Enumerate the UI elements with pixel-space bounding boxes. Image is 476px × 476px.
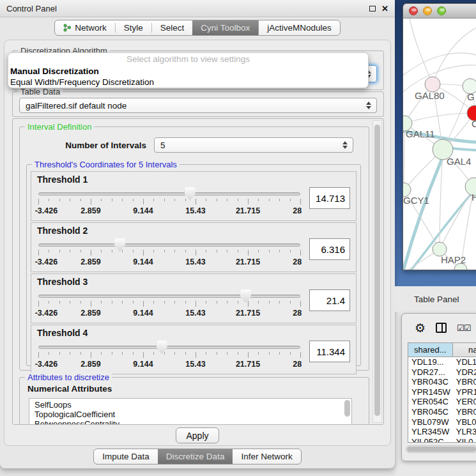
network-edge[interactable] xyxy=(410,19,433,84)
cell-name[interactable]: YDL1 xyxy=(453,357,476,367)
gear-icon[interactable]: ⚙ xyxy=(415,321,426,335)
cell-name[interactable]: YIL0 xyxy=(453,437,476,443)
slider-track[interactable] xyxy=(38,346,300,349)
cell-shared-name[interactable]: YBL079W xyxy=(408,417,453,427)
network-canvas[interactable]: GAL80GCGAL11GAL4GCY1HHAP2 xyxy=(403,19,476,270)
column-header-name[interactable]: name xyxy=(453,343,476,357)
slider-tick-labels: -3.4262.8599.14415.4321.71528 xyxy=(38,257,300,267)
popup-prompt: Select algorithm to view settings xyxy=(8,54,368,66)
checkbox-icons[interactable]: ☑☑ xyxy=(457,323,470,333)
cell-shared-name[interactable]: YDR27... xyxy=(408,367,453,378)
mac-minimize-button[interactable] xyxy=(423,6,432,15)
table-row[interactable]: YBR043CYBR0 xyxy=(408,377,476,387)
slider-track[interactable] xyxy=(38,192,300,196)
threshold-value-field[interactable]: 14.713 xyxy=(309,187,350,209)
table-panel-bar: Table Panel xyxy=(395,286,476,312)
threshold-value-field[interactable]: 6.316 xyxy=(309,238,350,260)
slider-ticks xyxy=(38,199,300,205)
group-title: Threshold's Coordinates for 5 Intervals xyxy=(32,160,180,169)
cell-shared-name[interactable]: YBR045C xyxy=(408,407,453,417)
attribute-item[interactable]: BetweennessCentrality xyxy=(35,419,351,425)
panel-scrollbar[interactable] xyxy=(372,120,382,423)
screen: Control Panel ✕ Network xyxy=(0,0,476,476)
table-hscrollbar[interactable] xyxy=(406,445,476,453)
scrollbar-thumb[interactable] xyxy=(374,125,380,416)
mac-close-button[interactable] xyxy=(409,6,418,15)
table-row[interactable]: YIL052CYIL0 xyxy=(408,437,476,443)
threshold-slider[interactable]: -3.4262.8599.14415.4321.71528 xyxy=(38,341,300,372)
cell-shared-name[interactable]: YDL19... xyxy=(408,357,453,367)
group-title: Interval Definition xyxy=(25,122,94,132)
network-window-titlebar xyxy=(403,4,476,19)
cell-name[interactable]: YPR1 xyxy=(453,387,476,397)
tab-discretize-data[interactable]: Discretize Data xyxy=(158,449,233,464)
table-panel-title: Table Panel xyxy=(414,295,459,304)
network-edge[interactable] xyxy=(440,187,474,249)
slider-tick-labels: -3.4262.8599.14415.4321.71528 xyxy=(38,309,300,318)
attribute-item[interactable]: TopologicalCoefficient xyxy=(35,410,351,419)
cell-shared-name[interactable]: YIL052C xyxy=(408,437,453,443)
table-row[interactable]: YBR045CYBR0 xyxy=(408,407,476,417)
network-edge[interactable] xyxy=(403,270,461,270)
table-rows: YDL19...YDL1YDR27...YDR2YBR043CYBR0YPR14… xyxy=(408,357,476,443)
node-label: H xyxy=(472,192,476,203)
network-edge[interactable] xyxy=(404,123,404,190)
table-data-combobox[interactable]: galFiltered.sif default node xyxy=(19,98,377,113)
list-scrollbar[interactable] xyxy=(344,400,350,417)
window-title: Control Panel xyxy=(6,4,57,13)
table-row[interactable]: YLR345WYLR3 xyxy=(408,427,476,437)
tab-jactivemnodules[interactable]: jActiveMNodules xyxy=(258,20,340,35)
slider-track[interactable] xyxy=(38,243,300,247)
tab-style[interactable]: Style xyxy=(116,20,151,35)
tab-network[interactable]: Network xyxy=(55,20,115,35)
table-panel-window: ⚙ ☑☑ shared... name YDL19...YDL1YDR27...… xyxy=(401,313,476,461)
node-table[interactable]: shared... name YDL19...YDL1YDR27...YDR2Y… xyxy=(408,342,476,443)
threshold-panel: Threshold 2 -3.4262.8599.14415.4321.7152… xyxy=(31,222,357,272)
column-header-shared[interactable]: shared... xyxy=(408,343,453,357)
slider-track[interactable] xyxy=(38,295,300,298)
table-header: shared... name xyxy=(408,343,476,357)
numerical-attributes-list[interactable]: SelfLoopsTopologicalCoefficientBetweenne… xyxy=(29,398,352,425)
mac-zoom-button[interactable] xyxy=(437,6,446,15)
network-edge[interactable] xyxy=(404,113,475,123)
cell-name[interactable]: YDR2 xyxy=(453,367,476,378)
combo-spinner-icon xyxy=(342,141,348,149)
split-column-icon[interactable] xyxy=(436,323,447,333)
close-icon[interactable]: ✕ xyxy=(381,4,388,13)
popup-menu-item[interactable]: Manual Discretization xyxy=(8,66,368,77)
threshold-slider[interactable]: -3.4262.8599.14415.4321.71528 xyxy=(38,187,300,219)
number-of-intervals-combobox[interactable]: 5 xyxy=(154,137,353,153)
cell-shared-name[interactable]: YER054C xyxy=(408,397,453,407)
tab-impute-data[interactable]: Impute Data xyxy=(94,449,158,464)
table-row[interactable]: YBL079WYBL0 xyxy=(408,417,476,427)
cell-name[interactable]: YBR0 xyxy=(453,407,476,417)
algorithm-dropdown-popup: Select algorithm to view settings Manual… xyxy=(8,52,369,88)
popup-menu-item[interactable]: Equal Width/Frequency Discretization xyxy=(8,77,368,88)
table-row[interactable]: YDR27...YDR2 xyxy=(408,367,476,378)
table-row[interactable]: YPR145WYPR1 xyxy=(408,387,476,397)
cell-name[interactable]: YBL0 xyxy=(453,417,476,427)
threshold-value-field[interactable]: 21.4 xyxy=(309,289,350,311)
slider-tick-labels: -3.4262.8599.14415.4321.71528 xyxy=(38,360,300,369)
float-window-icon[interactable] xyxy=(369,6,376,12)
cell-shared-name[interactable]: YPR145W xyxy=(408,387,453,397)
tab-infer-network[interactable]: Infer Network xyxy=(233,449,300,464)
table-row[interactable]: YER054CYER0 xyxy=(408,397,476,407)
cell-shared-name[interactable]: YLR345W xyxy=(408,427,453,437)
cell-shared-name[interactable]: YBR043C xyxy=(408,377,453,387)
cell-name[interactable]: YBR0 xyxy=(453,377,476,387)
bottom-tab-bar: Impute Data Discretize Data Infer Networ… xyxy=(0,449,395,464)
slider-ticks xyxy=(38,301,300,307)
tab-cyni-toolbox[interactable]: Cyni Toolbox xyxy=(192,20,258,35)
table-row[interactable]: YDL19...YDL1 xyxy=(408,357,476,367)
apply-button[interactable]: Apply xyxy=(176,427,219,443)
cell-name[interactable]: YER0 xyxy=(453,397,476,407)
scrollbar-thumb[interactable] xyxy=(407,447,476,452)
attribute-item[interactable]: SelfLoops xyxy=(35,400,351,410)
tab-select[interactable]: Select xyxy=(152,20,193,35)
threshold-slider[interactable]: -3.4262.8599.14415.4321.71528 xyxy=(38,289,300,321)
thresholds-group: Threshold's Coordinates for 5 Intervals … xyxy=(26,164,361,366)
threshold-value-field[interactable]: 11.344 xyxy=(309,341,350,362)
cell-name[interactable]: YLR3 xyxy=(453,427,476,437)
threshold-slider[interactable]: -3.4262.8599.14415.4321.71528 xyxy=(38,238,300,270)
